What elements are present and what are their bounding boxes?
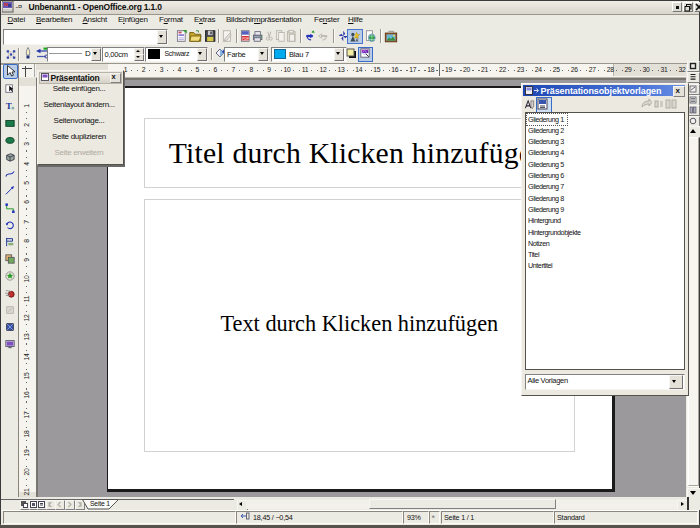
svg-text:T: T [6, 101, 12, 111]
svg-text:PDF: PDF [242, 37, 249, 41]
